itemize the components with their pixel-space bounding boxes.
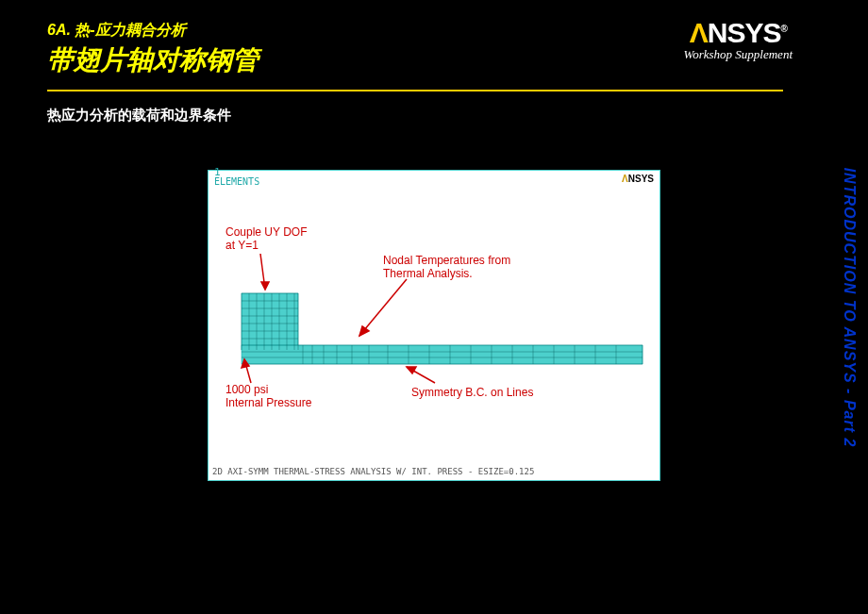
slide-subtitle: 热应力分析的载荷和边界条件	[47, 107, 830, 124]
brand-logo: ΛNSYS® Workshop Supplement	[684, 17, 793, 62]
figure-caption: 2D AXI-SYMM THERMAL-STRESS ANALYSIS W/ I…	[212, 467, 534, 476]
section-label: 6A. 热-应力耦合分析	[47, 21, 783, 41]
mesh-diagram	[209, 171, 661, 482]
annotation-symmetry: Symmetry B.C. on Lines	[411, 386, 533, 399]
figure: 1 ELEMENTS ΛNSYS	[208, 170, 660, 481]
slide-header: 6A. 热-应力耦合分析 带翅片轴对称钢管 ΛNSYS® Workshop Su…	[0, 0, 830, 78]
logo-subtitle: Workshop Supplement	[684, 47, 793, 62]
sidebar: INTRODUCTION TO ANSYS - Part 2	[830, 0, 868, 614]
svg-marker-44	[359, 326, 369, 336]
svg-rect-1	[242, 345, 643, 364]
slide: 6A. 热-应力耦合分析 带翅片轴对称钢管 ΛNSYS® Workshop Su…	[0, 0, 830, 614]
sidebar-title: INTRODUCTION TO ANSYS - Part 2	[841, 167, 858, 447]
svg-rect-0	[242, 293, 298, 350]
slide-title: 带翅片轴对称钢管	[47, 42, 783, 78]
ansys-logo: ΛNSYS®	[684, 17, 793, 49]
svg-marker-42	[261, 282, 269, 290]
svg-marker-48	[407, 367, 416, 373]
annotation-pressure: 1000 psi Internal Pressure	[225, 383, 311, 410]
svg-line-43	[359, 279, 407, 336]
divider	[47, 90, 783, 91]
annotation-nodal: Nodal Temperatures from Thermal Analysis…	[383, 254, 510, 281]
annotation-couple: Couple UY DOF at Y=1	[225, 225, 307, 253]
